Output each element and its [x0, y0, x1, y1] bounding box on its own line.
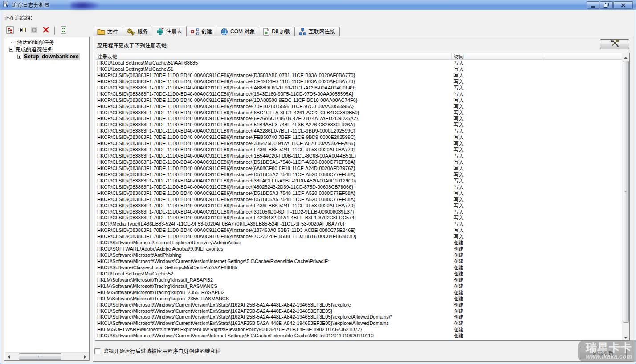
- services-gear-icon: [126, 28, 135, 36]
- tab-com-objects[interactable]: COM 对象: [216, 27, 259, 36]
- table-row[interactable]: HKCR\CLSID\{083863F1-70DE-11D0-BD40-00A0…: [95, 172, 622, 178]
- tree-connector: [11, 42, 16, 43]
- table-row[interactable]: HKCR\CLSID\{083863F1-70DE-11D0-BD40-00A0…: [95, 159, 622, 166]
- access-cell: 写入: [452, 178, 542, 184]
- table-row[interactable]: HKLM\SOFTWARE\Microsoft\Internet Explore…: [95, 327, 622, 333]
- access-cell: 创建: [452, 302, 542, 308]
- toolbar-button-tree-view[interactable]: [5, 26, 15, 36]
- table-row[interactable]: HKLM\Software\Microsoft\Tracing\kInstall…: [95, 283, 622, 290]
- toolbar-button-delete[interactable]: [41, 26, 51, 36]
- table-row[interactable]: HKCR\CLSID\{083863F1-70DE-11D0-BD40-00A0…: [95, 141, 622, 147]
- table-row[interactable]: HKCR\CLSID\{083863F1-70DE-11D0-BD40-00A0…: [95, 166, 622, 172]
- registry-key-cell: HKCU\Software\Microsoft\Internet Explore…: [95, 240, 452, 246]
- table-row[interactable]: HKCR\CLSID\{083863F1-70DE-11D0-BD40-00A0…: [95, 122, 622, 128]
- scroll-down-arrow[interactable]: [622, 333, 629, 340]
- minimize-button[interactable]: [587, 1, 599, 9]
- filter-checkbox[interactable]: [94, 348, 100, 354]
- toolbar: [5, 25, 68, 36]
- tab-services[interactable]: 服务: [122, 27, 152, 36]
- table-row[interactable]: HKCR\CLSID\{083863F1-70DE-11D0-BD40-00A0…: [95, 147, 622, 153]
- table-row[interactable]: HKCR\CLSID\{083863F1-70DE-11D0-BD40-00A0…: [95, 104, 622, 110]
- table-row[interactable]: HKCR\CLSID\{083863F1-70DE-11D0-BD40-00A0…: [95, 97, 622, 104]
- window-controls: [587, 1, 633, 9]
- restore-changes-button[interactable]: 还原更改: [580, 347, 627, 359]
- tab-files[interactable]: 文件: [93, 27, 122, 36]
- table-vertical-scrollbar[interactable]: [622, 53, 629, 340]
- table-row[interactable]: HKCR\CLSID\{083863F1-70DE-11D0-BD40-00A0…: [95, 190, 622, 197]
- table-row[interactable]: HKCU\Software\Microsoft\Windows\CurrentV…: [95, 308, 622, 315]
- registry-key-cell: HKCU\Software\Microsoft\AntiPhishing: [95, 252, 452, 259]
- table-row[interactable]: HKCR\CLSID\{083863F1-70DE-11D0-BD40-00A0…: [95, 234, 622, 240]
- registry-key-cell: HKCR\CLSID\{083863F1-70DE-11D0-BD40-00A0…: [95, 153, 452, 159]
- tab-dll-load[interactable]: Dll 加载: [259, 27, 294, 36]
- table-row[interactable]: HKCR\CLSID\{083863F1-70DE-11D0-BD40-00A0…: [95, 91, 622, 97]
- table-row[interactable]: HKCR\CLSID\{083863F1-70DE-11D0-BD40-00A0…: [95, 85, 622, 91]
- table-row[interactable]: HKCU\Software\Microsoft\AntiPhishing创建: [95, 252, 622, 259]
- access-cell: 创建: [452, 240, 542, 246]
- table-row[interactable]: HKCU\Software\Microsoft\Internet Explore…: [95, 240, 622, 246]
- table-row[interactable]: HKLM\Software\Microsoft\Tracing\kugou_23…: [95, 290, 622, 296]
- table-row[interactable]: HKCR\CLSID\{083863F1-70DE-11D0-BD40-00A0…: [95, 197, 622, 203]
- tab-create[interactable]: 创建: [186, 27, 216, 36]
- table-row[interactable]: HKCU\Software\Microsoft\Windows\CurrentV…: [95, 302, 622, 308]
- table-row[interactable]: HKCR\CLSID\{083863F1-70DE-11D0-BD40-00A0…: [95, 209, 622, 215]
- toolbar-button-refresh[interactable]: [58, 26, 68, 36]
- table-row[interactable]: HKCR\Media Type\{E436EB83-524F-11CE-9F53…: [95, 221, 622, 227]
- table-row[interactable]: HKCU\Local Settings\MuiCache\52创建: [95, 271, 622, 277]
- titlebar[interactable]: 追踪日志分析器: [0, 0, 636, 10]
- table-row[interactable]: HKCU\SOFTWARE\Adobe\Adobe Acrobat\9.0\IE…: [95, 246, 622, 252]
- tree-item-completed-tasks[interactable]: 完成的追踪任务: [4, 46, 89, 53]
- table-row[interactable]: HKCU\Software\Microsoft\Windows\CurrentV…: [95, 333, 622, 339]
- table-row[interactable]: HKCR\CLSID\{083863F1-70DE-11D0-BD40-00A0…: [95, 227, 622, 234]
- table-row[interactable]: HKCR\CLSID\{083863F1-70DE-11D0-BD40-00A0…: [95, 79, 622, 85]
- tree-item-active-tasks[interactable]: 激活的追踪任务: [4, 39, 89, 46]
- column-header-registry-key[interactable]: 注册表键: [95, 53, 452, 59]
- filter-checkbox-row: 监视开始运行后过滤被应用程序自身创建的键和值: [94, 348, 221, 355]
- table-row[interactable]: HKLM\Software\Microsoft\Tracing\kInstall…: [95, 277, 622, 283]
- table-row[interactable]: HKLM\Software\Microsoft\Tracing\kugou_23…: [95, 296, 622, 302]
- close-icon: [621, 1, 626, 9]
- table-row[interactable]: HKCR\CLSID\{083863F1-70DE-11D0-BD40-00A0…: [95, 215, 622, 221]
- access-cell: 创建: [452, 327, 542, 333]
- column-header-blank[interactable]: [542, 53, 622, 59]
- expand-box-icon[interactable]: [17, 55, 21, 59]
- close-button[interactable]: [613, 1, 633, 9]
- scrollbar-thumb[interactable]: [623, 61, 629, 323]
- scrollbar-track[interactable]: [12, 353, 81, 360]
- table-row[interactable]: HKCU\Local Settings\MuiCache\51\AAF68885…: [95, 60, 622, 66]
- collapse-box-icon[interactable]: [9, 48, 13, 52]
- toolbar-button-details[interactable]: [17, 26, 27, 36]
- table-row[interactable]: HKCR\CLSID\{083863F1-70DE-11D0-BD40-00A0…: [95, 73, 622, 79]
- table-row[interactable]: HKCR\CLSID\{083863F1-70DE-11D0-BD40-00A0…: [95, 184, 622, 190]
- table-row[interactable]: HKCU\Software\Microsoft\Windows\CurrentV…: [95, 320, 622, 327]
- table-row[interactable]: HKCR\CLSID\{083863F1-70DE-11D0-BD40-00A0…: [95, 116, 622, 122]
- table-row[interactable]: HKCU\Software\Microsoft\Windows\CurrentV…: [95, 259, 622, 265]
- tree-item-label: 激活的追踪任务: [17, 39, 54, 46]
- tab-registry[interactable]: 注册表: [152, 26, 187, 36]
- registry-key-cell: HKCR\CLSID\{083863F1-70DE-11D0-BD40-00A0…: [95, 172, 452, 178]
- filter-tools-button[interactable]: [600, 39, 629, 49]
- tree-horizontal-scrollbar[interactable]: [5, 352, 89, 360]
- column-header-access[interactable]: 访问: [452, 53, 542, 59]
- tab-internet[interactable]: 互联网连接: [294, 27, 340, 36]
- tree-item-setup-downbank[interactable]: Setup_downbank.exe: [4, 53, 89, 60]
- tools-icon: [610, 40, 620, 49]
- table-row[interactable]: HKCU\Local Settings\MuiCache\51写入: [95, 66, 622, 73]
- table-row[interactable]: HKCR\CLSID\{083863F1-70DE-11D0-BD40-00A0…: [95, 203, 622, 209]
- table-row[interactable]: HKCR\CLSID\{083863F1-70DE-11D0-BD40-00A0…: [95, 110, 622, 116]
- table-row[interactable]: HKCR\CLSID\{083863F1-70DE-11D0-BD40-00A0…: [95, 128, 622, 134]
- table-row[interactable]: HKCR\CLSID\{083863F1-70DE-11D0-BD40-00A0…: [95, 178, 622, 184]
- table-row[interactable]: HKCR\CLSID\{083863F1-70DE-11D0-BD40-00A0…: [95, 134, 622, 141]
- scroll-left-arrow[interactable]: [5, 353, 12, 360]
- table-row[interactable]: HKCR\CLSID\{083863F1-70DE-11D0-BD40-00A0…: [95, 153, 622, 159]
- scroll-up-arrow[interactable]: [622, 53, 629, 61]
- scrollbar-thumb[interactable]: [19, 353, 61, 360]
- access-cell: 写入: [452, 122, 542, 128]
- table-row[interactable]: HKCU\Software\Classes\Local Settings\Mui…: [95, 265, 622, 271]
- table-row[interactable]: HKCU\Software\Microsoft\Windows\CurrentV…: [95, 314, 622, 320]
- restore-button[interactable]: [600, 1, 613, 9]
- internet-icon: [299, 28, 306, 35]
- scroll-right-arrow[interactable]: [81, 353, 89, 360]
- access-cell: 写入: [452, 66, 542, 73]
- registry-key-cell: HKCR\CLSID\{083863F1-70DE-11D0-BD40-00A0…: [95, 91, 452, 97]
